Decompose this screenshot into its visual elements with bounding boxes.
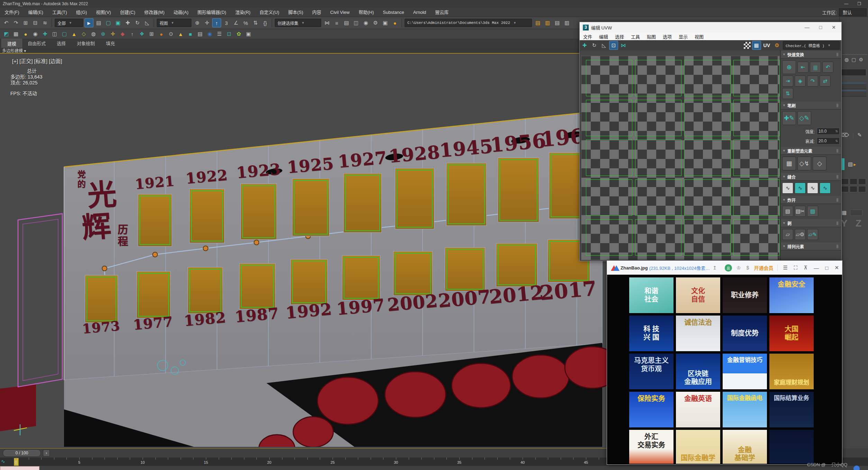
menubar-item[interactable]: Arnold xyxy=(409,8,431,17)
stitch-target-button[interactable]: ∿ xyxy=(820,183,831,194)
percent-snap-icon[interactable]: % xyxy=(241,18,250,27)
align-selection-button[interactable]: ⊕ xyxy=(782,60,796,74)
menubar-item[interactable]: 组(G) xyxy=(72,8,92,17)
uvw-gear-icon[interactable]: ⚙ xyxy=(772,41,781,50)
display-tab-icon[interactable]: ▢ xyxy=(851,57,856,62)
tool-button[interactable]: ▧ xyxy=(807,206,818,217)
flatten-button[interactable]: ◇↯ xyxy=(797,157,811,170)
quick-transform-button[interactable]: ||| xyxy=(810,62,821,73)
ribbon-tool[interactable]: ◉ xyxy=(31,29,40,38)
folder-save-icon[interactable]: ▥ xyxy=(562,18,571,27)
viewer-pin-icon[interactable]: ⊼ xyxy=(804,265,807,271)
quick-transform-button[interactable]: ⇥ xyxy=(782,76,793,87)
thumbnail-cell[interactable]: 金融 基础学 xyxy=(723,430,767,464)
menubar-item[interactable]: 工具(T) xyxy=(48,8,72,17)
grid-btn[interactable] xyxy=(850,186,857,192)
folder-options-icon[interactable]: ▤ xyxy=(533,18,542,27)
menubar-item[interactable]: 内容 xyxy=(308,8,326,17)
menubar-item[interactable]: 自定义(U) xyxy=(255,8,284,17)
conform-button[interactable]: ▦ xyxy=(782,157,796,170)
relax-brush-button[interactable]: ◇✎ xyxy=(797,111,811,125)
explode-face-button[interactable]: ▧✂ xyxy=(795,206,806,217)
ribbon-tool[interactable]: ◩ xyxy=(2,29,11,38)
viewer-menu-icon[interactable]: ☰ xyxy=(783,265,787,271)
thumbnail-cell[interactable] xyxy=(769,430,814,464)
uv-island[interactable] xyxy=(684,60,731,96)
utilities-tab-icon[interactable]: ⚙ xyxy=(859,57,863,62)
uv-island[interactable] xyxy=(684,179,731,216)
uvw-maximize-icon[interactable]: □ xyxy=(819,25,822,30)
spinner-snap-icon[interactable]: ⇅ xyxy=(251,18,260,27)
ribbon-tool[interactable]: ↑ xyxy=(128,29,137,38)
active-grid-icon[interactable]: ↑ xyxy=(212,18,221,27)
quick-transform-button[interactable]: ↷ xyxy=(807,76,818,87)
ribbon-tab-自由形式[interactable]: 自由形式 xyxy=(22,39,51,48)
select-move-icon[interactable]: ✚ xyxy=(123,18,132,27)
ribbon-tool[interactable]: ● xyxy=(157,29,166,38)
menubar-item[interactable]: Civil View xyxy=(326,8,354,17)
menubar-item[interactable]: 帮助(H) xyxy=(354,8,378,17)
ribbon-tool[interactable]: ◫ xyxy=(50,29,59,38)
render-frame-icon[interactable]: ▣ xyxy=(381,18,390,27)
thumbnail-cell[interactable]: 保险实务 xyxy=(629,392,673,427)
uvw-menu-item[interactable]: 选项 xyxy=(659,33,675,40)
uvw-close-icon[interactable]: ✕ xyxy=(832,25,836,30)
maxscript-mini-listener[interactable] xyxy=(0,466,39,470)
menubar-item[interactable]: 脚本(S) xyxy=(284,8,308,17)
ribbon-tool[interactable]: ◍ xyxy=(89,29,98,38)
uvw-menu-item[interactable]: 编辑 xyxy=(596,33,612,40)
minimize-icon[interactable]: — xyxy=(844,1,848,6)
break-button[interactable]: ▧ xyxy=(782,206,793,217)
grid-btn[interactable] xyxy=(841,186,849,192)
grid-btn[interactable] xyxy=(841,178,849,185)
thumbnail-cell[interactable]: 区块链 金融应用 xyxy=(676,354,720,389)
trash-icon[interactable]: ⌦ xyxy=(842,132,849,138)
uv-island[interactable] xyxy=(586,219,632,256)
ribbon-tool[interactable]: ◉ xyxy=(205,29,214,38)
selection-filter-dropdown[interactable]: 全部▼ xyxy=(55,19,83,27)
polygon-modeling-caption[interactable]: 多边形建模 ▾ xyxy=(2,47,26,53)
select-scale-icon[interactable]: ◺ xyxy=(143,18,152,27)
map-texture-dropdown[interactable]: Checker…( 棋盘格 )▼ xyxy=(783,41,840,50)
rollout-quick-transform[interactable]: ▼快速变换⣿ xyxy=(781,51,841,59)
ribbon-tool[interactable]: ✛ xyxy=(108,29,117,38)
rect-selection-icon[interactable]: ▢ xyxy=(104,18,113,27)
quick-align-button[interactable]: ⇄ xyxy=(820,76,831,87)
uv-island[interactable] xyxy=(733,140,780,176)
thumbnail-cell[interactable]: 诚信法治 xyxy=(676,316,720,351)
select-rotate-icon[interactable]: ↻ xyxy=(133,18,142,27)
rollout-stitch[interactable]: ▼缝合⣿ xyxy=(781,173,841,181)
maximize-icon[interactable]: ❐ xyxy=(857,1,861,6)
ribbon-tool[interactable]: ▣ xyxy=(244,29,253,38)
undo-icon[interactable]: ↶ xyxy=(2,18,11,27)
thumbnail-cell[interactable]: 职业修养 xyxy=(723,277,767,313)
angle-snap-icon[interactable]: ∠ xyxy=(232,18,241,27)
stitch-custom-button[interactable]: ∿ xyxy=(782,183,793,194)
object-name-field[interactable] xyxy=(841,69,866,76)
ribbon-tab-对象绘制[interactable]: 对象绘制 xyxy=(71,39,100,48)
uvw-scale-icon[interactable]: ◺ xyxy=(599,41,608,50)
ribbon-tab-选择[interactable]: 选择 xyxy=(51,39,71,48)
window-crossing-icon[interactable]: ▣ xyxy=(114,18,123,27)
uv-island[interactable] xyxy=(586,100,632,136)
select-and-link-icon[interactable]: ⊞ xyxy=(21,18,30,27)
user-avatar-badge[interactable]: 总 xyxy=(725,264,732,272)
menubar-item[interactable]: 修改器(M) xyxy=(140,8,169,17)
menubar-item[interactable]: 编辑(E) xyxy=(24,8,48,17)
modifier-stack-row[interactable] xyxy=(841,90,866,97)
bind-to-space-warp-icon[interactable]: ≋ xyxy=(40,18,49,27)
m irror-icon[interactable]: ⋈ xyxy=(323,18,332,27)
layer-manager-icon[interactable]: ▤ xyxy=(342,18,351,27)
move-brush-button[interactable]: ✚✎ xyxy=(782,111,796,125)
stitch-average-button[interactable]: ∿ xyxy=(807,183,818,194)
uv-island[interactable] xyxy=(684,219,731,256)
uvw-minimize-icon[interactable]: — xyxy=(805,25,810,30)
menubar-item[interactable]: 渲染(R) xyxy=(231,8,255,17)
tool-button[interactable]: ▱✎ xyxy=(807,229,818,240)
uvw-mirror-icon[interactable]: ⋈ xyxy=(619,41,628,50)
ribbon-tab-填充[interactable]: 填充 xyxy=(100,39,120,48)
uv-island[interactable] xyxy=(586,140,632,176)
uv-island[interactable] xyxy=(635,219,681,256)
select-place-icon[interactable]: ✛ xyxy=(202,18,211,27)
uv-island[interactable] xyxy=(733,60,780,96)
